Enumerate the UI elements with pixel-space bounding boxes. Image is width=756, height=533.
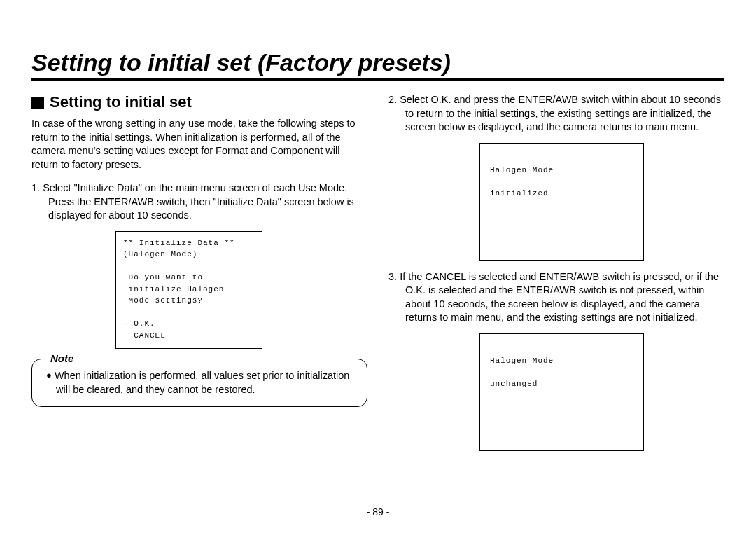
section-heading-text: Setting to initial set <box>50 93 192 111</box>
note-item: ● When initialization is performed, all … <box>45 369 354 396</box>
screen-initialized: Halogen Mode initialized <box>479 143 644 261</box>
right-column: 2. Select O.K. and press the ENTER/AWB s… <box>388 93 724 461</box>
step-3-text: If the CANCEL is selected and ENTER/AWB … <box>400 271 719 324</box>
step-3-number: 3. <box>388 271 397 282</box>
note-box: Note ● When initialization is performed,… <box>31 359 368 407</box>
note-label: Note <box>46 352 78 366</box>
step-2: 2. Select O.K. and press the ENTER/AWB s… <box>388 93 724 134</box>
screen-initialize-data: ** Initialize Data ** (Halogen Mode) Do … <box>115 231 262 349</box>
note-text: When initialization is performed, all va… <box>55 370 350 395</box>
page-title: Setting to initial set (Factory presets) <box>31 49 724 81</box>
step-2-text: Select O.K. and press the ENTER/AWB swit… <box>400 94 721 132</box>
step-3: 3. If the CANCEL is selected and ENTER/A… <box>388 270 724 325</box>
page-number: - 89 - <box>0 506 756 518</box>
screen-unchanged: Halogen Mode unchanged <box>479 333 644 451</box>
square-marker-icon <box>31 97 44 109</box>
section-heading: Setting to initial set <box>31 93 368 111</box>
step-1-text: Select "Initialize Data" on the main men… <box>43 182 354 221</box>
step-1-number: 1. <box>31 182 40 193</box>
bullet-icon: ● <box>46 370 52 380</box>
two-column-layout: Setting to initial set In case of the wr… <box>31 93 724 461</box>
intro-paragraph: In case of the wrong setting in any use … <box>31 117 368 172</box>
step-1: 1. Select "Initialize Data" on the main … <box>31 181 368 223</box>
left-column: Setting to initial set In case of the wr… <box>31 93 368 461</box>
step-2-number: 2. <box>388 94 397 105</box>
